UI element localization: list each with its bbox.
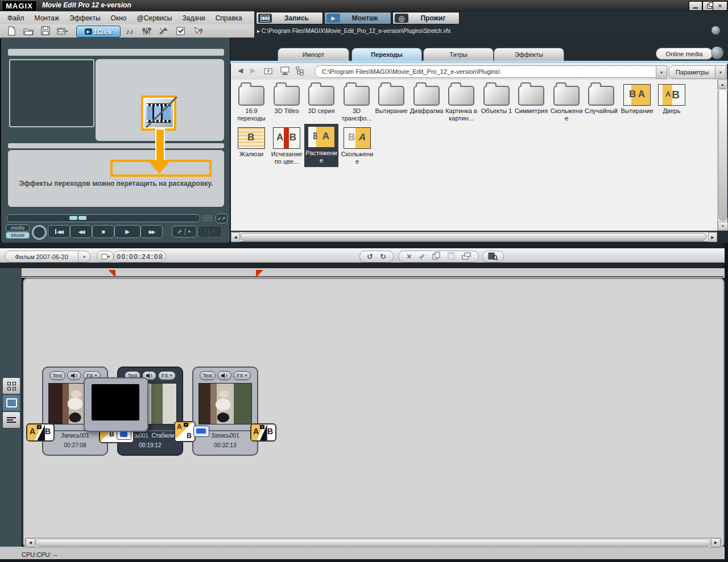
pool-vertical-scrollbar[interactable]: ▲ ▼ xyxy=(717,80,727,231)
scroll-thumb[interactable] xyxy=(718,89,727,220)
preview-render-button[interactable] xyxy=(482,251,504,263)
scroll-right-button[interactable]: ▶ xyxy=(711,538,721,547)
view-frame-button[interactable] xyxy=(2,394,20,411)
edit-list-button[interactable] xyxy=(174,26,188,36)
mixer-button[interactable] xyxy=(140,26,154,36)
pool-tab-effects[interactable]: Эффекты xyxy=(494,48,564,61)
pool-item-folder[interactable]: Объекты 1 xyxy=(479,82,514,115)
arrange-button[interactable] xyxy=(458,252,474,261)
close-button[interactable]: ✕ xyxy=(713,1,727,11)
pool-tab-titles[interactable]: Титры xyxy=(423,48,494,61)
media-movie-toggle[interactable]: media Movie xyxy=(6,224,30,239)
forward-button[interactable]: ▶▶ xyxy=(140,225,163,238)
menu-edit[interactable]: Монтаж xyxy=(30,14,65,22)
export-button[interactable] xyxy=(56,26,69,36)
pool-tab-transitions[interactable]: Переходы xyxy=(351,48,422,61)
seek-slider[interactable] xyxy=(7,214,200,222)
storyboard-scrollbar[interactable]: ◀ ▶ xyxy=(25,538,721,548)
menu-effects[interactable]: Эффекты xyxy=(64,14,106,22)
clip-fx-button[interactable]: FX▼ xyxy=(233,371,251,380)
transition-drag-icon[interactable] xyxy=(141,95,176,131)
params-dropdown-button[interactable]: ▼ xyxy=(715,65,726,79)
forward-button[interactable]: ▶ xyxy=(250,66,255,74)
scroll-thumb[interactable] xyxy=(35,539,711,547)
scroll-left-button[interactable]: ◀ xyxy=(26,538,35,547)
pool-item-transition[interactable]: AB Исчезание по цве... xyxy=(270,125,304,165)
computer-button[interactable] xyxy=(280,66,290,77)
cut-button[interactable]: ✂ xyxy=(415,249,430,264)
range-button[interactable]: { } ▼ xyxy=(198,226,222,238)
scroll-thumb[interactable] xyxy=(240,233,706,241)
audio-notes-button[interactable]: ♪♪ xyxy=(123,26,136,36)
playlist-button[interactable] xyxy=(201,215,214,222)
paste-button[interactable] xyxy=(444,252,458,261)
play-button[interactable]: ▶ xyxy=(114,225,140,238)
scroll-right-button[interactable]: ▶ xyxy=(708,232,717,242)
menu-services[interactable]: @Сервисы xyxy=(131,14,177,22)
timecode-display[interactable]: 00:00:24:08 xyxy=(114,251,166,263)
rewind-button[interactable]: ◀◀ xyxy=(70,225,92,238)
skip-start-button[interactable]: ◀◀ xyxy=(48,225,70,238)
transition-badge-end[interactable]: A ▾ B xyxy=(250,423,276,442)
pool-tab-import[interactable]: Импорт xyxy=(278,48,349,61)
scroll-down-button[interactable]: ▼ xyxy=(718,222,728,231)
clip-audio-button[interactable] xyxy=(67,371,81,380)
pool-item-transition-selected[interactable]: BA Растяжение xyxy=(304,124,338,167)
new-file-button[interactable] xyxy=(5,26,18,36)
tab-edit[interactable]: ▶ Монтаж xyxy=(324,12,391,24)
movie-toggle[interactable]: Movie xyxy=(6,232,30,239)
view-list-button[interactable] xyxy=(2,411,20,428)
pool-item-folder[interactable]: Скольжение xyxy=(549,82,584,122)
info-globe-icon[interactable] xyxy=(712,26,720,35)
pool-item-transition[interactable]: B Жалюзи xyxy=(234,125,268,158)
pool-item-folder[interactable]: Диафрагма xyxy=(410,82,444,115)
menu-tasks[interactable]: Задачи xyxy=(177,14,210,22)
clip-text-button[interactable]: Text xyxy=(200,371,216,380)
undo-button[interactable]: ↺ xyxy=(363,252,377,261)
copy-button[interactable] xyxy=(429,252,444,261)
online-media-button[interactable]: Online media xyxy=(656,48,713,60)
pool-item-folder[interactable]: Случайный xyxy=(584,82,618,115)
params-button[interactable]: Параметры xyxy=(668,65,716,79)
pool-item-transition[interactable]: AB Дверь xyxy=(655,82,689,115)
film-selector[interactable]: Фильм 2007-06-20 xyxy=(5,251,78,263)
back-button[interactable]: ◀ xyxy=(238,66,243,74)
path-combobox[interactable]: C:\Program Files\MAGIX\Movie_Edit_Pro_12… xyxy=(315,65,664,78)
transition-badge-start[interactable]: A ▾ B xyxy=(26,423,55,442)
pool-item-folder[interactable]: Симметрия xyxy=(514,82,548,115)
transition-badge-2-3[interactable]: A ▾ B xyxy=(174,421,196,442)
pool-item-transition[interactable]: BA Вытирание xyxy=(620,82,654,115)
redo-button[interactable]: ↻ xyxy=(377,252,390,261)
pool-item-transition[interactable]: BA Скольжение xyxy=(340,125,374,165)
minimize-button[interactable] xyxy=(689,1,702,11)
transition-preview-chip[interactable] xyxy=(193,426,209,437)
film-dropdown-button[interactable]: ▼ xyxy=(78,251,90,263)
globe-icon[interactable] xyxy=(711,47,723,59)
cut-tool-button[interactable]: ✂ ▼ xyxy=(172,226,197,238)
context-help-button[interactable]: ? xyxy=(191,26,205,36)
stop-button[interactable]: ■ xyxy=(92,225,114,238)
open-file-button[interactable] xyxy=(22,26,35,36)
clip-text-button[interactable]: Text xyxy=(49,371,66,380)
pool-item-folder[interactable]: 16:9 переходы xyxy=(234,82,268,122)
media-toggle[interactable]: media xyxy=(6,224,30,231)
view-grid-button[interactable] xyxy=(2,377,20,394)
range-start-marker[interactable] xyxy=(108,270,115,277)
pool-item-folder[interactable]: 3D трансфо... xyxy=(340,82,374,122)
tab-record[interactable]: Запись xyxy=(256,12,323,24)
fullscreen-button[interactable]: ↙↗ xyxy=(216,214,228,223)
menu-help[interactable]: Справка xyxy=(210,14,247,22)
clip-audio-button[interactable] xyxy=(217,371,231,380)
pool-horizontal-scrollbar[interactable]: ◀ ▶ xyxy=(231,232,717,242)
record-button[interactable] xyxy=(32,225,47,240)
scroll-left-button[interactable]: ◀ xyxy=(231,232,240,242)
pool-item-folder[interactable]: 3D серия xyxy=(304,82,338,115)
pool-item-folder[interactable]: Картинка в картин... xyxy=(444,82,478,122)
pool-item-folder[interactable]: 3D Titles xyxy=(270,82,304,115)
menu-file[interactable]: Файл xyxy=(2,14,30,22)
range-end-marker[interactable] xyxy=(256,270,263,277)
save-button[interactable] xyxy=(39,26,52,36)
up-level-button[interactable] xyxy=(264,66,273,77)
pool-item-folder[interactable]: Вытирание xyxy=(374,82,408,115)
menu-window[interactable]: Окно xyxy=(106,14,132,22)
